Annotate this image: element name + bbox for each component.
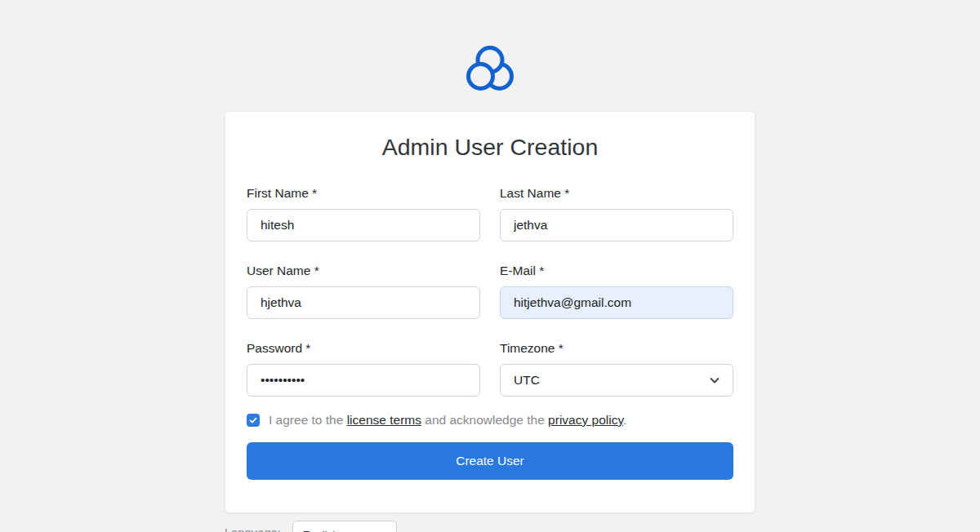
last-name-input[interactable] (500, 209, 733, 242)
chevron-down-icon (376, 529, 388, 532)
agreement-text-middle: and acknowledge the (425, 413, 545, 427)
license-terms-link[interactable]: license terms (347, 413, 421, 427)
agreement-row: I agree to the license terms and acknowl… (247, 413, 733, 428)
language-selected-value: English (303, 529, 339, 532)
agreement-checkbox[interactable] (247, 414, 260, 427)
checkmark-icon (248, 415, 258, 425)
language-select[interactable]: English (292, 521, 397, 532)
agreement-text-suffix: . (623, 413, 626, 427)
user-name-field-group: User Name * (247, 264, 480, 319)
language-row: Language: English (225, 521, 755, 532)
agreement-text: I agree to the license terms and acknowl… (269, 413, 626, 428)
language-label: Language: (225, 521, 281, 532)
agreement-text-prefix: I agree to the (269, 413, 343, 427)
password-label: Password * (247, 341, 480, 356)
email-field-group: E-Mail * (500, 264, 733, 319)
cloud-logo-icon (464, 43, 516, 95)
timezone-field-group: Timezone * UTC (500, 341, 733, 397)
last-name-field-group: Last Name * (500, 186, 733, 242)
password-field-group: Password * (247, 341, 480, 397)
password-input[interactable] (247, 364, 480, 397)
privacy-policy-link[interactable]: privacy policy (548, 413, 623, 427)
form-grid: First Name * Last Name * User Name * E-M… (247, 186, 733, 397)
first-name-label: First Name * (247, 186, 480, 201)
page-title: Admin User Creation (247, 133, 733, 161)
last-name-label: Last Name * (500, 186, 733, 201)
timezone-selected-value: UTC (514, 373, 540, 388)
first-name-input[interactable] (247, 209, 480, 242)
email-label: E-Mail * (500, 264, 733, 278)
logo-container (0, 0, 980, 95)
timezone-label: Timezone * (500, 341, 733, 356)
first-name-field-group: First Name * (247, 186, 480, 242)
admin-user-creation-card: Admin User Creation First Name * Last Na… (225, 111, 755, 513)
chevron-down-icon (708, 374, 721, 387)
user-name-input[interactable] (247, 286, 480, 319)
create-user-button[interactable]: Create User (247, 442, 733, 480)
timezone-select[interactable]: UTC (500, 364, 733, 397)
email-input[interactable] (500, 286, 733, 319)
user-name-label: User Name * (247, 264, 480, 278)
